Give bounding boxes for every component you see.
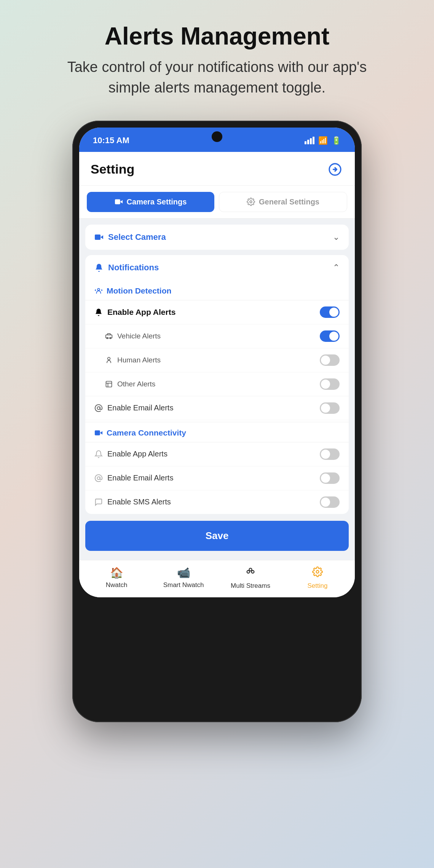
svg-point-12 — [97, 407, 100, 409]
cc-enable-sms-alerts-label: Enable SMS Alerts — [107, 498, 171, 506]
motion-detection-header: Motion Detection — [85, 280, 349, 300]
app-header: Setting — [79, 152, 355, 186]
select-camera-chevron: ⌄ — [333, 232, 340, 242]
wifi-icon: 📶 — [318, 136, 328, 145]
nav-setting-label: Setting — [308, 582, 328, 590]
page-title: Alerts Management — [105, 23, 329, 49]
notifications-chevron: ⌃ — [333, 263, 340, 273]
app-title: Setting — [91, 162, 134, 177]
signal-icon — [305, 137, 314, 144]
svg-point-17 — [249, 568, 252, 571]
bottom-nav: 🏠 Nwatch 📹 Smart Nwatch Multi Streams — [79, 560, 355, 597]
svg-point-18 — [316, 570, 319, 573]
cc-enable-email-alerts-toggle[interactable] — [320, 472, 340, 484]
svg-point-4 — [97, 288, 100, 290]
enable-email-alerts-row: Enable Email Alerts — [85, 396, 349, 420]
nav-smart-nwatch[interactable]: 📹 Smart Nwatch — [150, 566, 217, 590]
nav-setting[interactable]: Setting — [284, 566, 351, 590]
enable-app-alerts-row: Enable App Alerts — [85, 300, 349, 324]
cc-enable-email-alerts-label: Enable Email Alerts — [107, 474, 173, 482]
human-alerts-row: Human Alerts — [85, 348, 349, 372]
tab-camera-settings[interactable]: Camera Settings — [87, 192, 214, 212]
phone-frame: 10:15 AM 📶 🔋 Setting — [72, 121, 362, 722]
main-content: Select Camera ⌄ Notifications ⌃ — [79, 219, 355, 560]
cc-enable-app-alerts-toggle[interactable] — [320, 448, 340, 460]
svg-rect-13 — [95, 430, 100, 435]
cc-enable-email-alerts-row: Enable Email Alerts — [85, 466, 349, 490]
camera-connectivity-label: Camera Connectivity — [107, 428, 186, 437]
human-alerts-toggle[interactable] — [320, 354, 340, 366]
svg-rect-1 — [115, 199, 120, 204]
other-alerts-label: Other Alerts — [117, 380, 155, 388]
cc-enable-sms-alerts-toggle[interactable] — [320, 496, 340, 508]
status-icons: 📶 🔋 — [305, 136, 341, 145]
video-icon: 📹 — [177, 566, 190, 579]
logout-button[interactable] — [327, 161, 343, 178]
cc-enable-app-alerts-row: Enable App Alerts — [85, 442, 349, 466]
enable-email-alerts-label: Enable Email Alerts — [107, 404, 173, 412]
other-alerts-row: Other Alerts — [85, 372, 349, 396]
svg-point-2 — [250, 201, 252, 203]
notifications-label: Notifications — [108, 263, 159, 273]
status-time: 10:15 AM — [93, 136, 129, 145]
camera-notch — [212, 131, 222, 142]
notifications-card: Notifications ⌃ Motion Detection Enable … — [85, 255, 349, 514]
streams-icon — [245, 566, 256, 580]
select-camera-header[interactable]: Select Camera ⌄ — [85, 225, 349, 250]
enable-app-alerts-toggle[interactable] — [320, 306, 340, 318]
nav-nwatch[interactable]: 🏠 Nwatch — [83, 566, 150, 590]
home-icon: 🏠 — [110, 566, 123, 579]
svg-rect-9 — [106, 381, 112, 387]
page-subtitle: Take control of your notifications with … — [65, 57, 369, 97]
vehicle-alerts-toggle[interactable] — [320, 330, 340, 342]
camera-connectivity-header: Camera Connectivity — [85, 422, 349, 442]
settings-icon — [312, 566, 323, 580]
tab-general-settings[interactable]: General Settings — [219, 192, 347, 212]
vehicle-alerts-label: Vehicle Alerts — [117, 332, 161, 340]
svg-point-15 — [247, 570, 250, 573]
other-alerts-toggle[interactable] — [320, 378, 340, 390]
human-alerts-label: Human Alerts — [117, 356, 161, 364]
svg-rect-3 — [95, 235, 101, 240]
enable-app-alerts-label: Enable App Alerts — [107, 308, 176, 317]
notifications-header[interactable]: Notifications ⌃ — [85, 255, 349, 280]
save-button[interactable]: Save — [85, 521, 349, 551]
vehicle-alerts-row: Vehicle Alerts — [85, 324, 349, 348]
tab-bar: Camera Settings General Settings — [79, 186, 355, 219]
cc-enable-sms-alerts-row: Enable SMS Alerts — [85, 490, 349, 514]
nav-multi-streams-label: Multi Streams — [231, 582, 270, 590]
svg-point-14 — [97, 477, 100, 479]
nav-multi-streams[interactable]: Multi Streams — [217, 566, 284, 590]
motion-detection-label: Motion Detection — [107, 286, 171, 295]
phone-screen: 10:15 AM 📶 🔋 Setting — [79, 128, 355, 597]
enable-email-alerts-toggle[interactable] — [320, 402, 340, 414]
nav-smart-nwatch-label: Smart Nwatch — [163, 581, 204, 589]
select-camera-label: Select Camera — [108, 232, 166, 242]
svg-point-8 — [108, 357, 110, 360]
svg-point-16 — [251, 570, 254, 573]
cc-enable-app-alerts-label: Enable App Alerts — [107, 450, 168, 458]
nav-nwatch-label: Nwatch — [106, 581, 128, 589]
select-camera-card: Select Camera ⌄ — [85, 225, 349, 250]
battery-icon: 🔋 — [332, 136, 341, 145]
